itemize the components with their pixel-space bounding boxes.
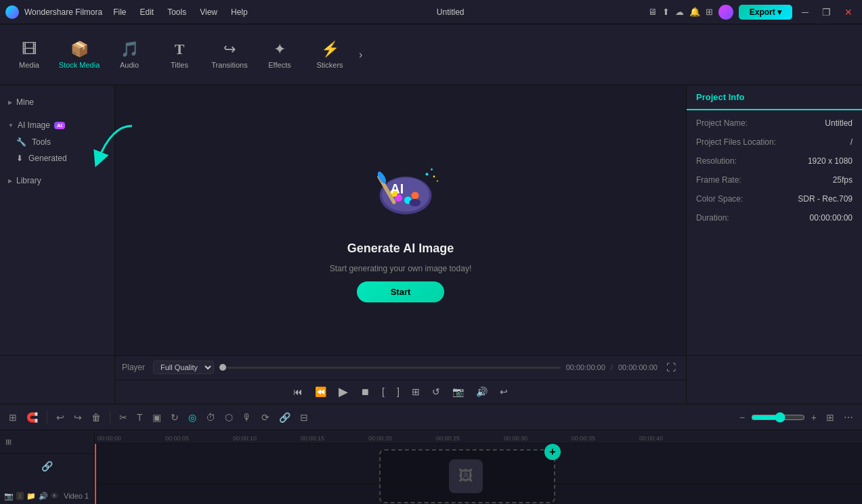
timeline-rotate-button[interactable]: ↻: [167, 410, 182, 425]
add-track-button[interactable]: ⊞: [0, 430, 94, 454]
svg-point-11: [431, 168, 433, 170]
play-button[interactable]: ▶: [335, 382, 351, 401]
video1-number: 1: [16, 492, 24, 500]
info-label-location: Project Files Location:: [696, 137, 776, 147]
timeline-speed-button[interactable]: ⏱: [202, 410, 219, 425]
timeline-grid-button[interactable]: ⊞: [5, 410, 20, 425]
share-icon[interactable]: ⬆: [662, 7, 670, 17]
zoom-out-button[interactable]: −: [736, 410, 748, 425]
minimize-button[interactable]: ─: [798, 5, 813, 19]
render-button[interactable]: ↩: [496, 384, 511, 399]
info-label-duration: Duration:: [696, 213, 729, 223]
project-info-tab[interactable]: Project Info: [687, 85, 862, 110]
progress-track[interactable]: [219, 367, 561, 369]
toolbar-audio[interactable]: 🎵 Audio: [106, 31, 153, 78]
toolbar-more-button[interactable]: ›: [356, 46, 365, 64]
timeline-auto-button[interactable]: ⟳: [258, 410, 273, 425]
quality-select[interactable]: Full Quality 1/2 Quality 1/4 Quality: [153, 361, 214, 374]
bell-icon[interactable]: 🔔: [689, 7, 700, 17]
mine-section-header[interactable]: ▶ Mine: [0, 93, 114, 111]
toolbar-stock-media[interactable]: 📦 Stock Media: [56, 31, 103, 78]
stickers-icon: ⚡: [321, 41, 339, 58]
timeline-undo-button[interactable]: ↩: [53, 410, 68, 425]
timeline-ruler-area: 00:00:00 00:00:05 00:00:10 00:00:15 00:0…: [95, 430, 862, 504]
start-button[interactable]: Start: [357, 281, 445, 302]
loop-button[interactable]: ↺: [429, 384, 444, 399]
ruler-mark-4: 00:00:20: [368, 435, 392, 442]
step-back-button[interactable]: ⏪: [311, 384, 330, 399]
player-progress-row: Player Full Quality 1/2 Quality 1/4 Qual…: [115, 356, 686, 380]
panel-sub-tools[interactable]: 🔧 Tools: [0, 134, 114, 150]
restore-button[interactable]: ❐: [818, 5, 835, 19]
cloud-icon[interactable]: ☁: [675, 7, 684, 17]
timeline-track-video: 🖼 +: [95, 444, 862, 484]
timeline-ai-button[interactable]: ◎: [185, 410, 200, 425]
svg-point-6: [409, 198, 421, 206]
player-right-spacer: [686, 355, 862, 404]
timeline-magnet-button[interactable]: 🧲: [23, 410, 41, 425]
audio-button[interactable]: 🔊: [473, 384, 491, 399]
avatar[interactable]: [718, 5, 733, 20]
info-value-colorspace: SDR - Rec.709: [798, 194, 853, 204]
center-panel: AI Generate AI Image Start generating yo…: [115, 85, 686, 355]
export-button[interactable]: Export ▾: [739, 5, 792, 20]
zoom-slider[interactable]: [751, 412, 805, 423]
mark-out-button[interactable]: ]: [393, 384, 403, 399]
skip-back-button[interactable]: ⏮: [290, 384, 306, 399]
panel-sub-generated[interactable]: ⬇ Generated: [0, 150, 114, 166]
timeline-text-button[interactable]: T: [133, 410, 146, 425]
timeline-cut-button[interactable]: ✂: [116, 410, 131, 425]
toolbar-stickers[interactable]: ⚡ Stickers: [306, 31, 353, 78]
close-button[interactable]: ✕: [840, 5, 857, 19]
time-total: 00:00:00:00: [618, 363, 658, 371]
playhead[interactable]: [95, 444, 96, 504]
tl-sep-1: [47, 411, 47, 424]
ruler-mark-8: 00:00:40: [639, 435, 663, 442]
svg-text:AI: AI: [390, 181, 404, 196]
timeline-crop-button[interactable]: ▣: [149, 410, 165, 425]
timeline-tracks-area: 🖼 + Drag and drop media and effects here…: [95, 444, 862, 504]
toolbar-media[interactable]: 🎞 Media: [5, 31, 53, 78]
timeline-lock-button[interactable]: 🔗: [276, 410, 294, 425]
project-info-content: Project Name: Untitled Project Files Loc…: [687, 110, 862, 231]
add-to-timeline-button[interactable]: ⊞: [408, 384, 423, 399]
grid-icon[interactable]: ⊞: [706, 7, 713, 17]
stop-button[interactable]: ⏹: [357, 384, 373, 399]
timeline-more-button[interactable]: ⋯: [840, 410, 857, 425]
ai-generate-title: Generate AI Image: [347, 242, 454, 256]
library-section-header[interactable]: ▶ Library: [0, 172, 114, 189]
tools-icon: 🔧: [16, 137, 26, 147]
menu-file[interactable]: File: [108, 6, 131, 18]
timeline-mic-button[interactable]: 🎙: [239, 410, 255, 425]
info-row-name: Project Name: Untitled: [696, 118, 853, 128]
menu-tools[interactable]: Tools: [162, 6, 192, 18]
zoom-in-button[interactable]: +: [808, 410, 820, 425]
toolbar-media-label: Media: [19, 61, 39, 69]
menu-edit[interactable]: Edit: [135, 6, 160, 18]
ruler-mark-2: 00:00:10: [233, 435, 257, 442]
screenshot-button[interactable]: 📷: [449, 384, 467, 399]
toolbar-effects-label: Effects: [268, 61, 290, 69]
monitor-icon[interactable]: 🖥: [648, 7, 657, 17]
info-label-name: Project Name:: [696, 118, 748, 128]
menu-help[interactable]: Help: [225, 6, 253, 18]
menu-view[interactable]: View: [194, 6, 223, 18]
ai-image-section-header[interactable]: ▼ AI Image AI: [0, 116, 114, 134]
player-left-spacer: [0, 355, 115, 404]
window-title: Untitled: [437, 7, 465, 17]
time-current: 00:00:00:00: [566, 363, 605, 371]
mark-in-button[interactable]: [: [379, 384, 388, 399]
mine-label: Mine: [16, 97, 34, 107]
toolbar-effects[interactable]: ✦ Effects: [256, 31, 303, 78]
toolbar-titles[interactable]: T Titles: [156, 31, 203, 78]
timeline-mask-button[interactable]: ⬡: [221, 410, 236, 425]
link-button[interactable]: 🔗: [0, 454, 94, 478]
timeline-layout-button[interactable]: ⊞: [823, 410, 838, 425]
toolbar-stock-media-label: Stock Media: [59, 61, 100, 69]
media-placeholder-icon: 🖼: [458, 467, 473, 485]
fullscreen-button[interactable]: ⛶: [663, 360, 679, 375]
timeline-redo-button[interactable]: ↪: [70, 410, 85, 425]
toolbar-transitions[interactable]: ↪ Transitions: [206, 31, 253, 78]
timeline-delete-button[interactable]: 🗑: [88, 410, 104, 425]
timeline-detach-button[interactable]: ⊟: [297, 410, 311, 425]
